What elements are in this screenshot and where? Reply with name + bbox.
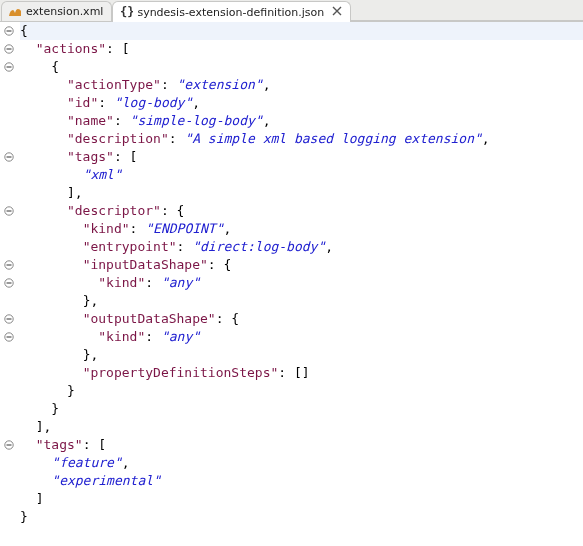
fold-toggle [0, 418, 18, 436]
fold-toggle [0, 382, 18, 400]
fold-toggle [0, 292, 18, 310]
fold-gutter[interactable] [0, 22, 18, 526]
fold-toggle [0, 220, 18, 238]
code-line[interactable]: "inputDataShape": { [20, 256, 583, 274]
fold-toggle [0, 346, 18, 364]
fold-toggle [0, 490, 18, 508]
code-line[interactable]: "id": "log-body", [20, 94, 583, 112]
close-icon[interactable] [332, 6, 342, 19]
fold-toggle[interactable] [0, 58, 18, 76]
fold-toggle [0, 472, 18, 490]
fold-toggle[interactable] [0, 202, 18, 220]
fold-toggle [0, 364, 18, 382]
code-line[interactable]: "outputDataShape": { [20, 310, 583, 328]
code-line[interactable]: "experimental" [20, 472, 583, 490]
code-line[interactable]: "kind": "ENDPOINT", [20, 220, 583, 238]
fold-toggle[interactable] [0, 310, 18, 328]
code-line[interactable]: ] [20, 490, 583, 508]
fold-toggle [0, 76, 18, 94]
fold-toggle[interactable] [0, 328, 18, 346]
code-line[interactable]: "entrypoint": "direct:log-body", [20, 238, 583, 256]
fold-toggle[interactable] [0, 436, 18, 454]
tab-label: syndesis-extension-definition.json [137, 6, 324, 19]
code-line[interactable]: "tags": [ [20, 436, 583, 454]
code-line[interactable]: } [20, 382, 583, 400]
code-line[interactable]: "actions": [ [20, 40, 583, 58]
fold-toggle[interactable] [0, 40, 18, 58]
code-line[interactable]: "actionType": "extension", [20, 76, 583, 94]
fold-toggle[interactable] [0, 22, 18, 40]
fold-toggle [0, 94, 18, 112]
code-line[interactable]: }, [20, 346, 583, 364]
code-line[interactable]: { [20, 22, 583, 40]
code-line[interactable]: "feature", [20, 454, 583, 472]
json-editor[interactable]: { "actions": [ { "actionType": "extensio… [0, 22, 583, 526]
code-line[interactable]: "descriptor": { [20, 202, 583, 220]
fold-toggle [0, 130, 18, 148]
fold-toggle[interactable] [0, 274, 18, 292]
code-line[interactable]: ], [20, 418, 583, 436]
tab-label: extension.xml [26, 5, 103, 18]
code-line[interactable]: }, [20, 292, 583, 310]
code-line[interactable]: "description": "A simple xml based loggi… [20, 130, 583, 148]
svg-text:{}: {} [120, 5, 133, 19]
code-line[interactable]: "name": "simple-log-body", [20, 112, 583, 130]
code-line[interactable]: "tags": [ [20, 148, 583, 166]
fold-toggle [0, 508, 18, 526]
code-line[interactable]: "xml" [20, 166, 583, 184]
fold-toggle [0, 112, 18, 130]
tab-bar: extension.xml {} syndesis-extension-defi… [0, 0, 583, 22]
fold-toggle [0, 166, 18, 184]
code-line[interactable]: ], [20, 184, 583, 202]
code-line[interactable]: } [20, 400, 583, 418]
tab-syndesis-json[interactable]: {} syndesis-extension-definition.json [112, 1, 351, 22]
tab-extension-xml[interactable]: extension.xml [1, 1, 112, 21]
fold-toggle[interactable] [0, 148, 18, 166]
code-line[interactable]: { [20, 58, 583, 76]
fold-toggle[interactable] [0, 256, 18, 274]
camel-icon [8, 5, 22, 19]
fold-toggle [0, 400, 18, 418]
code-line[interactable]: } [20, 508, 583, 526]
fold-toggle [0, 184, 18, 202]
code-line[interactable]: "propertyDefinitionSteps": [] [20, 364, 583, 382]
code-line[interactable]: "kind": "any" [20, 328, 583, 346]
fold-toggle [0, 238, 18, 256]
code-area[interactable]: { "actions": [ { "actionType": "extensio… [18, 22, 583, 526]
fold-toggle [0, 454, 18, 472]
braces-icon: {} [119, 5, 133, 19]
code-line[interactable]: "kind": "any" [20, 274, 583, 292]
